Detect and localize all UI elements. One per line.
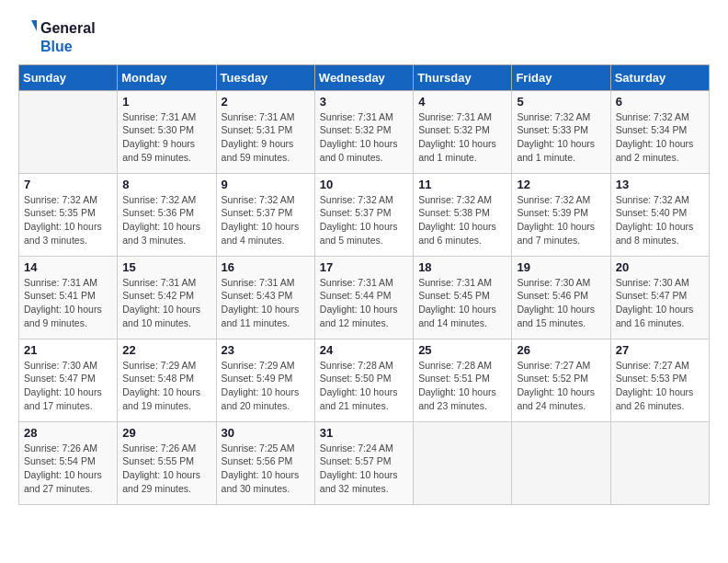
day-number: 19: [517, 260, 605, 274]
day-info: Sunrise: 7:31 AMSunset: 5:42 PMDaylight:…: [122, 276, 210, 330]
calendar-cell: 31Sunrise: 7:24 AMSunset: 5:57 PMDayligh…: [314, 421, 413, 504]
calendar-cell: 9Sunrise: 7:32 AMSunset: 5:37 PMDaylight…: [216, 173, 314, 256]
logo-container: General Blue: [18, 18, 96, 55]
day-info: Sunrise: 7:26 AMSunset: 5:55 PMDaylight:…: [122, 442, 210, 496]
day-info: Sunrise: 7:29 AMSunset: 5:48 PMDaylight:…: [122, 359, 210, 413]
day-info: Sunrise: 7:31 AMSunset: 5:30 PMDaylight:…: [122, 110, 210, 165]
day-info: Sunrise: 7:29 AMSunset: 5:49 PMDaylight:…: [222, 359, 310, 413]
day-info: Sunrise: 7:27 AMSunset: 5:53 PMDaylight:…: [616, 359, 704, 413]
day-number: 9: [222, 178, 310, 191]
calendar-body: 1Sunrise: 7:31 AMSunset: 5:30 PMDaylight…: [19, 90, 710, 504]
calendar-cell: 26Sunrise: 7:27 AMSunset: 5:52 PMDayligh…: [512, 339, 610, 421]
day-info: Sunrise: 7:31 AMSunset: 5:45 PMDaylight:…: [418, 276, 506, 330]
calendar-cell: 11Sunrise: 7:32 AMSunset: 5:38 PMDayligh…: [414, 173, 512, 256]
calendar-week-row: 14Sunrise: 7:31 AMSunset: 5:41 PMDayligh…: [19, 256, 710, 339]
page-header: General Blue: [18, 18, 710, 55]
day-info: Sunrise: 7:32 AMSunset: 5:39 PMDaylight:…: [517, 193, 605, 247]
calendar-cell: 16Sunrise: 7:31 AMSunset: 5:43 PMDayligh…: [216, 256, 314, 339]
calendar-cell: 2Sunrise: 7:31 AMSunset: 5:31 PMDaylight…: [216, 90, 314, 173]
calendar-cell: 13Sunrise: 7:32 AMSunset: 5:40 PMDayligh…: [610, 173, 709, 256]
logo-icon: [18, 18, 39, 39]
calendar-cell: 4Sunrise: 7:31 AMSunset: 5:32 PMDaylight…: [414, 90, 512, 173]
day-info: Sunrise: 7:25 AMSunset: 5:56 PMDaylight:…: [222, 442, 310, 496]
calendar-cell: 25Sunrise: 7:28 AMSunset: 5:51 PMDayligh…: [414, 339, 512, 421]
weekday-header-saturday: Saturday: [610, 64, 709, 90]
calendar-cell: [414, 421, 512, 504]
weekday-header-friday: Friday: [512, 64, 610, 90]
calendar-cell: 30Sunrise: 7:25 AMSunset: 5:56 PMDayligh…: [216, 421, 314, 504]
weekday-header-tuesday: Tuesday: [216, 64, 314, 90]
day-info: Sunrise: 7:31 AMSunset: 5:43 PMDaylight:…: [222, 276, 310, 330]
day-number: 7: [24, 178, 112, 191]
calendar-week-row: 1Sunrise: 7:31 AMSunset: 5:30 PMDaylight…: [19, 90, 710, 173]
day-info: Sunrise: 7:27 AMSunset: 5:52 PMDaylight:…: [517, 359, 605, 413]
day-number: 31: [320, 426, 408, 440]
calendar-cell: 6Sunrise: 7:32 AMSunset: 5:34 PMDaylight…: [610, 90, 709, 173]
calendar-table: SundayMondayTuesdayWednesdayThursdayFrid…: [18, 64, 710, 505]
calendar-cell: 5Sunrise: 7:32 AMSunset: 5:33 PMDaylight…: [512, 90, 610, 173]
day-number: 26: [517, 343, 605, 357]
day-number: 3: [320, 95, 408, 109]
weekday-header-wednesday: Wednesday: [314, 64, 413, 90]
weekday-header-sunday: Sunday: [19, 64, 118, 90]
day-info: Sunrise: 7:30 AMSunset: 5:47 PMDaylight:…: [616, 276, 704, 330]
calendar-cell: 29Sunrise: 7:26 AMSunset: 5:55 PMDayligh…: [118, 421, 216, 504]
calendar-cell: 10Sunrise: 7:32 AMSunset: 5:37 PMDayligh…: [314, 173, 413, 256]
day-info: Sunrise: 7:31 AMSunset: 5:32 PMDaylight:…: [418, 110, 506, 165]
day-number: 28: [24, 426, 112, 440]
day-info: Sunrise: 7:32 AMSunset: 5:35 PMDaylight:…: [24, 193, 112, 247]
day-number: 21: [24, 343, 112, 357]
day-number: 27: [616, 343, 704, 357]
weekday-header-monday: Monday: [118, 64, 216, 90]
calendar-cell: 12Sunrise: 7:32 AMSunset: 5:39 PMDayligh…: [512, 173, 610, 256]
day-number: 17: [320, 260, 408, 274]
day-number: 4: [418, 95, 506, 109]
calendar-cell: 15Sunrise: 7:31 AMSunset: 5:42 PMDayligh…: [118, 256, 216, 339]
logo-blue: Blue: [40, 39, 96, 55]
day-info: Sunrise: 7:32 AMSunset: 5:36 PMDaylight:…: [122, 193, 210, 247]
calendar-cell: 21Sunrise: 7:30 AMSunset: 5:47 PMDayligh…: [19, 339, 118, 421]
calendar-cell: 7Sunrise: 7:32 AMSunset: 5:35 PMDaylight…: [19, 173, 118, 256]
calendar-cell: [512, 421, 610, 504]
day-number: 6: [616, 95, 704, 109]
day-info: Sunrise: 7:31 AMSunset: 5:31 PMDaylight:…: [222, 110, 310, 165]
day-info: Sunrise: 7:28 AMSunset: 5:51 PMDaylight:…: [418, 359, 506, 413]
calendar-cell: 22Sunrise: 7:29 AMSunset: 5:48 PMDayligh…: [118, 339, 216, 421]
calendar-cell: 8Sunrise: 7:32 AMSunset: 5:36 PMDaylight…: [118, 173, 216, 256]
day-number: 15: [122, 260, 210, 274]
day-info: Sunrise: 7:32 AMSunset: 5:37 PMDaylight:…: [222, 193, 310, 247]
day-number: 18: [418, 260, 506, 274]
day-number: 25: [418, 343, 506, 357]
day-number: 23: [222, 343, 310, 357]
day-info: Sunrise: 7:24 AMSunset: 5:57 PMDaylight:…: [320, 442, 408, 496]
calendar-cell: [610, 421, 709, 504]
weekday-header-row: SundayMondayTuesdayWednesdayThursdayFrid…: [19, 64, 710, 90]
day-number: 16: [222, 260, 310, 274]
calendar-cell: 24Sunrise: 7:28 AMSunset: 5:50 PMDayligh…: [314, 339, 413, 421]
day-number: 10: [320, 178, 408, 191]
calendar-cell: 19Sunrise: 7:30 AMSunset: 5:46 PMDayligh…: [512, 256, 610, 339]
calendar-cell: 18Sunrise: 7:31 AMSunset: 5:45 PMDayligh…: [414, 256, 512, 339]
logo: General Blue: [18, 18, 96, 55]
day-info: Sunrise: 7:31 AMSunset: 5:32 PMDaylight:…: [320, 110, 408, 165]
calendar-week-row: 7Sunrise: 7:32 AMSunset: 5:35 PMDaylight…: [19, 173, 710, 256]
day-number: 20: [616, 260, 704, 274]
day-number: 12: [517, 178, 605, 191]
day-number: 2: [222, 95, 310, 109]
day-info: Sunrise: 7:32 AMSunset: 5:38 PMDaylight:…: [418, 193, 506, 247]
day-info: Sunrise: 7:32 AMSunset: 5:33 PMDaylight:…: [517, 110, 605, 165]
day-info: Sunrise: 7:30 AMSunset: 5:47 PMDaylight:…: [24, 359, 112, 413]
calendar-cell: 14Sunrise: 7:31 AMSunset: 5:41 PMDayligh…: [19, 256, 118, 339]
calendar-week-row: 28Sunrise: 7:26 AMSunset: 5:54 PMDayligh…: [19, 421, 710, 504]
day-info: Sunrise: 7:31 AMSunset: 5:44 PMDaylight:…: [320, 276, 408, 330]
logo-general: General: [40, 20, 96, 37]
calendar-cell: 3Sunrise: 7:31 AMSunset: 5:32 PMDaylight…: [314, 90, 413, 173]
day-number: 8: [122, 178, 210, 191]
day-info: Sunrise: 7:31 AMSunset: 5:41 PMDaylight:…: [24, 276, 112, 330]
day-info: Sunrise: 7:32 AMSunset: 5:37 PMDaylight:…: [320, 193, 408, 247]
day-info: Sunrise: 7:32 AMSunset: 5:40 PMDaylight:…: [616, 193, 704, 247]
day-number: 29: [122, 426, 210, 440]
day-number: 11: [418, 178, 506, 191]
calendar-cell: [19, 90, 118, 173]
calendar-cell: 17Sunrise: 7:31 AMSunset: 5:44 PMDayligh…: [314, 256, 413, 339]
